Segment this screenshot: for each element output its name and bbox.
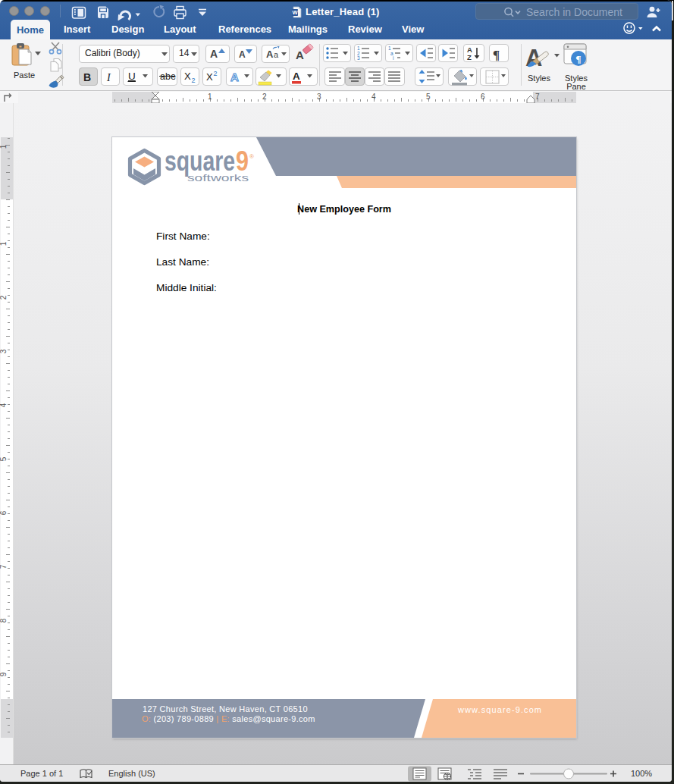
svg-text:X: X (206, 71, 213, 83)
svg-text:Z: Z (467, 53, 472, 61)
svg-text:W: W (292, 9, 298, 16)
svg-text:2: 2 (192, 77, 196, 84)
svg-text:B: B (83, 71, 91, 83)
svg-text:A: A (239, 49, 246, 60)
svg-text:¶: ¶ (575, 53, 581, 64)
svg-text:2: 2 (214, 70, 218, 77)
svg-text:®: ® (249, 153, 254, 160)
svg-text:a: a (274, 50, 279, 59)
svg-text:I: I (106, 72, 111, 83)
svg-text:A: A (230, 71, 239, 83)
svg-text:3: 3 (357, 55, 360, 61)
svg-text:A: A (266, 49, 274, 60)
svg-text:softworks: softworks (187, 172, 249, 183)
svg-text:A: A (293, 71, 300, 82)
svg-text:U: U (128, 71, 136, 82)
svg-text:A: A (210, 48, 218, 60)
svg-text:X: X (184, 71, 191, 82)
svg-text:¶: ¶ (493, 48, 500, 62)
svg-text:i: i (393, 55, 393, 61)
